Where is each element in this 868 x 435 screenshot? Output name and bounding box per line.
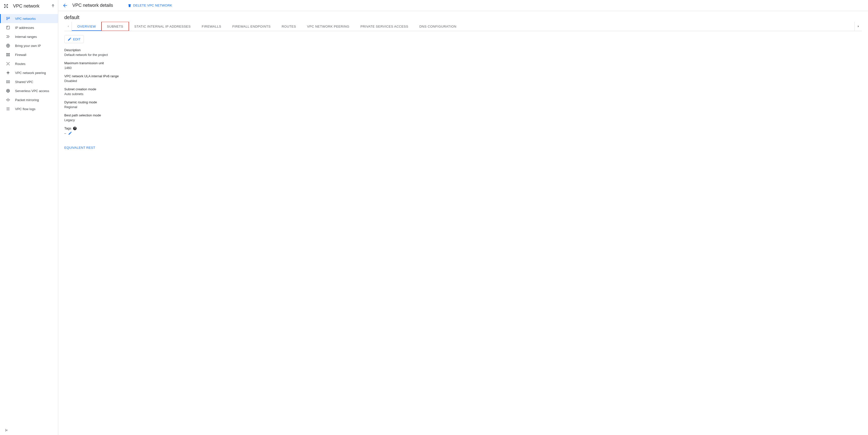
svg-rect-11	[6, 26, 9, 29]
tab-vpc-network-peering[interactable]: VPC NETWORK PEERING	[302, 22, 355, 31]
svg-rect-14	[6, 37, 9, 38]
tab-dns-configuration[interactable]: DNS CONFIGURATION	[414, 22, 462, 31]
sidebar-item-label: Internal ranges	[15, 35, 37, 39]
delete-vpc-button[interactable]: DELETE VPC NETWORK	[128, 3, 172, 7]
serverless-icon	[5, 88, 10, 93]
equivalent-rest-link[interactable]: EQUIVALENT REST	[64, 146, 95, 149]
svg-rect-5	[6, 5, 6, 7]
svg-rect-16	[6, 53, 8, 54]
collapse-sidebar-icon[interactable]	[4, 428, 9, 433]
description-label: Description	[64, 48, 862, 52]
svg-rect-28	[9, 99, 9, 101]
vpc-network-logo-icon	[3, 3, 9, 9]
firewall-icon	[5, 52, 10, 57]
sidebar-item-bring-your-own-ip[interactable]: Bring your own IP	[0, 41, 58, 50]
tab-firewalls[interactable]: FIREWALLS	[196, 22, 227, 31]
tab-private-services-access[interactable]: PRIVATE SERVICES ACCESS	[355, 22, 414, 31]
tab-routes[interactable]: ROUTES	[276, 22, 301, 31]
sidebar: VPC network VPC networksIP addressesInte…	[0, 0, 58, 435]
svg-rect-7	[6, 17, 7, 18]
svg-rect-24	[6, 81, 8, 83]
help-icon[interactable]: ?	[73, 127, 76, 130]
sidebar-title: VPC network	[13, 3, 51, 9]
svg-rect-8	[6, 18, 10, 19]
routing-mode-value: Regional	[64, 105, 862, 109]
svg-rect-10	[6, 19, 7, 20]
svg-rect-33	[6, 110, 9, 110]
edit-tags-button[interactable]	[68, 131, 72, 135]
tab-label: SUBNETS	[107, 25, 123, 28]
svg-rect-17	[8, 53, 10, 54]
svg-rect-27	[7, 99, 7, 101]
page-title: VPC network details	[72, 3, 113, 8]
sidebar-item-label: VPC network peering	[15, 71, 46, 75]
sidebar-item-vpc-networks[interactable]: VPC networks	[0, 14, 58, 23]
tab-label: PRIVATE SERVICES ACCESS	[361, 25, 408, 28]
svg-rect-13	[7, 36, 10, 37]
edit-button[interactable]: EDIT	[64, 35, 84, 43]
tab-label: VPC NETWORK PEERING	[307, 25, 349, 28]
tab-label: OVERVIEW	[78, 25, 96, 28]
tabs-scroll-right[interactable]	[855, 22, 862, 31]
pin-icon[interactable]	[51, 4, 55, 8]
sidebar-item-internal-ranges[interactable]: Internal ranges	[0, 32, 58, 41]
sidebar-item-ip-addresses[interactable]: IP addresses	[0, 23, 58, 32]
sidebar-item-vpc-flow-logs[interactable]: VPC flow logs	[0, 104, 58, 113]
sidebar-item-label: Packet mirroring	[15, 98, 39, 102]
tab-overview[interactable]: OVERVIEW	[72, 22, 101, 31]
sidebar-item-label: IP addresses	[15, 26, 34, 30]
sidebar-item-shared-vpc[interactable]: Shared VPC	[0, 77, 58, 86]
back-button[interactable]	[62, 3, 68, 8]
vpc-networks-icon	[5, 16, 10, 21]
sidebar-item-firewall[interactable]: Firewall	[0, 50, 58, 59]
sidebar-header: VPC network	[0, 0, 58, 12]
tab-static-internal-ip-addresses[interactable]: STATIC INTERNAL IP ADDRESSES	[129, 22, 196, 31]
tab-firewall-endpoints[interactable]: FIREWALL ENDPOINTS	[227, 22, 276, 31]
sidebar-item-vpc-network-peering[interactable]: VPC network peering	[0, 68, 58, 77]
edit-label: EDIT	[73, 37, 81, 41]
svg-rect-9	[8, 17, 10, 18]
delete-vpc-label: DELETE VPC NETWORK	[133, 3, 172, 7]
tab-label: FIREWALLS	[202, 25, 221, 28]
svg-rect-25	[8, 81, 10, 83]
ula-label: VPC network ULA internal IPv6 range	[64, 74, 862, 78]
subnet-mode-label: Subnet creation mode	[64, 87, 862, 91]
subnet-mode-value: Auto subnets	[64, 92, 862, 96]
pencil-icon	[68, 37, 71, 41]
network-name: default	[64, 14, 862, 20]
shared-vpc-icon	[5, 79, 10, 84]
byoip-icon	[5, 43, 10, 48]
mtu-value: 1460	[64, 66, 862, 70]
mirroring-icon	[5, 97, 10, 102]
tabs-scroll-left[interactable]	[64, 22, 72, 31]
internal-ranges-icon	[5, 34, 10, 39]
svg-rect-20	[9, 55, 10, 55]
routes-icon	[5, 61, 10, 66]
tags-label: Tags	[64, 127, 71, 130]
main: VPC network details DELETE VPC NETWORK d…	[58, 0, 868, 435]
tab-label: STATIC INTERNAL IP ADDRESSES	[134, 25, 191, 28]
tab-subnets[interactable]: SUBNETS	[101, 22, 129, 31]
sidebar-item-label: Serverless VPC access	[15, 89, 49, 93]
svg-rect-0	[4, 4, 5, 5]
svg-rect-12	[6, 36, 9, 36]
tabs: OVERVIEWSUBNETSSTATIC INTERNAL IP ADDRES…	[64, 22, 862, 31]
svg-point-23	[7, 72, 9, 73]
svg-rect-3	[7, 7, 8, 8]
svg-rect-34	[5, 429, 6, 432]
description-value: Default network for the project	[64, 53, 862, 57]
flow-logs-icon	[5, 106, 10, 111]
svg-rect-32	[6, 109, 9, 109]
trash-icon	[128, 3, 132, 7]
svg-rect-21	[6, 56, 8, 56]
sidebar-item-serverless-vpc-access[interactable]: Serverless VPC access	[0, 86, 58, 95]
tab-label: FIREWALL ENDPOINTS	[232, 25, 271, 28]
svg-rect-19	[7, 55, 9, 55]
sidebar-item-routes[interactable]: Routes	[0, 59, 58, 68]
svg-rect-30	[9, 100, 10, 100]
sidebar-item-label: Bring your own IP	[15, 44, 41, 48]
tags-value: –	[64, 131, 66, 135]
svg-rect-29	[6, 100, 7, 100]
sidebar-item-label: Routes	[15, 62, 25, 66]
sidebar-item-packet-mirroring[interactable]: Packet mirroring	[0, 95, 58, 104]
